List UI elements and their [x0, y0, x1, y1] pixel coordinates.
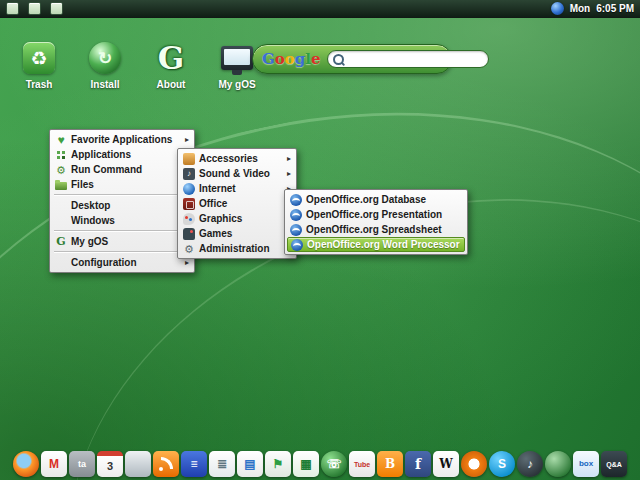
dock-icon-box[interactable]: box: [573, 451, 599, 477]
sound-icon: [183, 168, 195, 180]
workspace-pager: [6, 2, 63, 15]
menu-item[interactable]: Files: [52, 177, 192, 192]
run-icon: [55, 164, 67, 176]
dock-icon-maps[interactable]: ⚑: [265, 451, 291, 477]
dock-icon-glyph: ≣: [217, 458, 227, 470]
menu-item-label: Graphics: [199, 213, 283, 224]
dock-icon-glyph: B: [385, 458, 395, 470]
dock-icon-skype[interactable]: S: [489, 451, 515, 477]
desktop-icon-about[interactable]: G About: [146, 40, 196, 90]
menu-item[interactable]: Internet ▸: [180, 181, 294, 196]
google-search-box: [327, 50, 489, 68]
google-search-input[interactable]: [347, 53, 483, 66]
desktop: Mon 6:05 PM ♻ Trash ↻ Install G About My…: [0, 0, 640, 480]
dock-icon-orange-app[interactable]: [461, 451, 487, 477]
menu-item[interactable]: OpenOffice.org Presentation: [287, 207, 465, 222]
dock-icon-gos[interactable]: [545, 451, 571, 477]
dock-icon-glyph: ▦: [300, 458, 311, 470]
graphics-icon: [183, 213, 195, 225]
menu-item[interactable]: OpenOffice.org Database: [287, 192, 465, 207]
office-submenu: OpenOffice.org Database OpenOffice.org P…: [284, 189, 468, 255]
menu-item[interactable]: Games ▸: [180, 226, 294, 241]
menu-item-highlighted[interactable]: OpenOffice.org Word Processor: [287, 237, 465, 252]
menu-item[interactable]: My gOS ▸: [52, 234, 192, 249]
dock-icon-news[interactable]: ▤: [237, 451, 263, 477]
install-icon: ↻: [89, 42, 121, 74]
menu-separator: [54, 194, 190, 196]
pager-desktop-3[interactable]: [50, 2, 63, 15]
dock-icon-glyph: ≡: [190, 458, 197, 470]
dock-icon-music[interactable]: ♪: [517, 451, 543, 477]
submenu-arrow-icon: ▸: [185, 259, 189, 267]
menu-item[interactable]: Graphics ▸: [180, 211, 294, 226]
dock-icon-glyph: ♪: [527, 458, 533, 470]
menu-item-label: Files: [71, 179, 185, 190]
menu-item-label: Office: [199, 198, 283, 209]
desktop-icon-trash[interactable]: ♻ Trash: [14, 40, 64, 90]
dock-icon-gmail[interactable]: M: [41, 451, 67, 477]
dock-icon-facebook[interactable]: f: [405, 451, 431, 477]
dock-icon-docs[interactable]: ≡: [181, 451, 207, 477]
menu-item-label: Sound & Video: [199, 168, 283, 179]
dock-icon-qa[interactable]: Q&A: [601, 451, 627, 477]
oo-icon: [290, 194, 302, 206]
desktop-icon-label: About: [157, 79, 186, 90]
dock-icon-firefox[interactable]: [13, 451, 39, 477]
gos-g-icon: G: [158, 41, 184, 75]
dock-icon-rss[interactable]: [153, 451, 179, 477]
menu-item[interactable]: Run Command: [52, 162, 192, 177]
dock-icon-blogger[interactable]: B: [377, 451, 403, 477]
dock-icon-talk[interactable]: ☏: [321, 451, 347, 477]
dock-icon-spreadsheets[interactable]: ▦: [293, 451, 319, 477]
menu-item-label: Desktop: [71, 200, 181, 211]
submenu-arrow-icon: ▸: [287, 155, 291, 163]
menu-item-label: Run Command: [71, 164, 185, 175]
submenu-arrow-icon: ▸: [185, 136, 189, 144]
pager-desktop-2[interactable]: [28, 2, 41, 15]
network-icon[interactable]: [551, 2, 564, 15]
dock-icon-tasks[interactable]: ta: [69, 451, 95, 477]
dock-icon-youtube[interactable]: Tube: [349, 451, 375, 477]
dock-icon-calendar[interactable]: 3: [97, 451, 123, 477]
search-icon: [333, 54, 344, 65]
office-icon: [183, 198, 195, 210]
dock-icon-photos[interactable]: [125, 451, 151, 477]
menu-item[interactable]: Applications ▸: [52, 147, 192, 162]
dock-icon-glyph: box: [579, 460, 593, 468]
monitor-stand: [232, 70, 242, 75]
menu-item-label: OpenOffice.org Spreadsheet: [306, 224, 458, 235]
menu-item[interactable]: Desktop ▸: [52, 198, 192, 213]
dock-icon-glyph: M: [49, 458, 59, 470]
menu-item[interactable]: Accessories ▸: [180, 151, 294, 166]
menu-separator: [54, 251, 190, 253]
menu-item-label: OpenOffice.org Database: [306, 194, 458, 205]
dock: M ta 3 ≡ ≣ ▤ ⚑ ▦ ☏ Tube B f W S ♪ box Q&…: [0, 451, 640, 477]
submenu-arrow-icon: ▸: [287, 170, 291, 178]
menu-item-label: Internet: [199, 183, 283, 194]
main-menu: Favorite Applications ▸ Applications ▸ R…: [49, 129, 195, 273]
logo-letter: G: [262, 50, 275, 68]
menu-item-label: Administration: [199, 243, 283, 254]
desktop-icon-install[interactable]: ↻ Install: [80, 40, 130, 90]
dock-icon-wikipedia[interactable]: W: [433, 451, 459, 477]
dock-icon-glyph: 3: [107, 461, 113, 472]
gos-icon: [55, 236, 67, 248]
menu-item-label: OpenOffice.org Presentation: [306, 209, 458, 220]
dock-icon-writer[interactable]: ≣: [209, 451, 235, 477]
monitor-screen: [224, 49, 250, 65]
menu-item[interactable]: OpenOffice.org Spreadsheet: [287, 222, 465, 237]
dock-icon-glyph: ⚑: [273, 458, 284, 470]
menu-item[interactable]: Sound & Video ▸: [180, 166, 294, 181]
menu-item[interactable]: Administration ▸: [180, 241, 294, 256]
menu-item[interactable]: Office ▸: [180, 196, 294, 211]
menu-item[interactable]: Configuration ▸: [52, 255, 192, 270]
logo-letter: g: [295, 50, 306, 68]
trash-icon: ♻: [23, 42, 55, 74]
menu-item[interactable]: Windows ▸: [52, 213, 192, 228]
menu-item[interactable]: Favorite Applications ▸: [52, 132, 192, 147]
top-panel: Mon 6:05 PM: [0, 0, 640, 18]
menu-item-label: Applications: [71, 149, 181, 160]
clock-area: Mon 6:05 PM: [551, 2, 634, 15]
logo-letter: o: [285, 50, 295, 68]
pager-desktop-1[interactable]: [6, 2, 19, 15]
